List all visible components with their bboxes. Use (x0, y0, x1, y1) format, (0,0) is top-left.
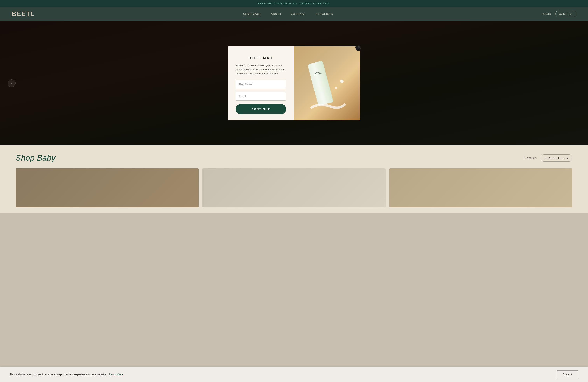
shop-meta: 9 Products BEST SELLING ▾ (524, 154, 572, 162)
email-input[interactable] (236, 92, 286, 101)
product-card[interactable] (389, 169, 572, 207)
login-button[interactable]: LOGIN (542, 12, 551, 15)
product-card[interactable] (202, 169, 385, 207)
cream-dot-1 (340, 80, 344, 83)
bottle-label: BEETL BABY CREAM (312, 70, 324, 76)
nav-about[interactable]: ABOUT (271, 12, 282, 15)
cream-decoration (294, 99, 360, 110)
nav-journal[interactable]: JOURNAL (291, 12, 306, 15)
announcement-text: FREE SHIPPING WITH ALL ORDERS OVER $100 (258, 2, 330, 5)
main-nav: SHOP BABY ABOUT JOURNAL STOCKISTS (243, 12, 334, 16)
newsletter-modal: BEETL MAIL Sign up to receive 15% off yo… (228, 46, 360, 120)
cart-button[interactable]: CART (0) (555, 11, 576, 17)
header: BEETL SHOP BABY ABOUT JOURNAL STOCKISTS … (0, 7, 588, 21)
continue-button[interactable]: CONTINUE (236, 104, 286, 114)
modal-form-panel: BEETL MAIL Sign up to receive 15% off yo… (228, 46, 294, 120)
sort-dropdown[interactable]: BEST SELLING ▾ (541, 154, 572, 162)
logo[interactable]: BEETL (12, 10, 35, 18)
modal-subtitle: Sign up to receive 15% off your first or… (236, 64, 286, 76)
shop-section: Shop Baby 9 Products BEST SELLING ▾ (0, 146, 588, 213)
modal-title: BEETL MAIL (236, 56, 286, 60)
nav-stockists[interactable]: STOCKISTS (315, 12, 333, 15)
cream-dot-2 (335, 87, 337, 89)
bottle-visual: BEETL BABY CREAM (294, 46, 360, 120)
header-actions: LOGIN CART (0) (542, 11, 576, 17)
sort-label: BEST SELLING (545, 157, 565, 159)
shop-header: Shop Baby 9 Products BEST SELLING ▾ (16, 153, 572, 163)
chevron-down-icon: ▾ (567, 157, 568, 159)
modal-image-panel: BEETL BABY CREAM (294, 46, 360, 120)
product-grid (16, 169, 572, 207)
announcement-bar: FREE SHIPPING WITH ALL ORDERS OVER $100 (0, 0, 588, 7)
product-card[interactable] (16, 169, 199, 207)
nav-shop-baby[interactable]: SHOP BABY (243, 12, 261, 16)
first-name-input[interactable] (236, 80, 286, 89)
shop-title: Shop Baby (16, 153, 56, 163)
hero-section: BEETL MAIL Sign up to receive 15% off yo… (0, 21, 588, 146)
products-count: 9 Products (524, 156, 537, 159)
modal-overlay: BEETL MAIL Sign up to receive 15% off yo… (0, 21, 588, 146)
